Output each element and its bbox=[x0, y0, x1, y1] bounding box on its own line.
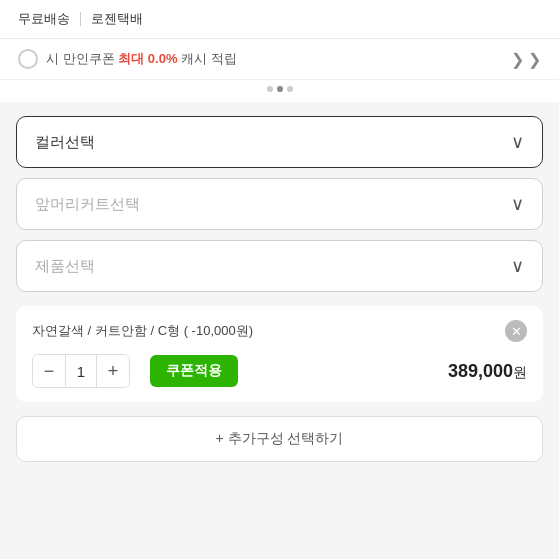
chevron-right-icon: ❯ bbox=[511, 50, 524, 69]
color-dropdown-label: 컬러선택 bbox=[35, 133, 95, 152]
add-options-button[interactable]: + 추가구성 선택하기 bbox=[16, 416, 543, 462]
price-unit: 원 bbox=[513, 364, 527, 380]
chevron-down-icon-2: ∨ bbox=[511, 193, 524, 215]
dots-indicator bbox=[267, 86, 293, 92]
promo-expand[interactable]: ❯ ❯ bbox=[511, 50, 541, 69]
dropdowns-section: 컬러선택 ∨ 앞머리커트선택 ∨ 제품선택 ∨ bbox=[0, 102, 559, 306]
remove-item-button[interactable]: ✕ bbox=[505, 320, 527, 342]
price-display: 389,000원 bbox=[448, 361, 527, 382]
dot-1 bbox=[267, 86, 273, 92]
promo-text: 시 만인쿠폰 최대 0.0% 캐시 적립 bbox=[46, 50, 237, 68]
quantity-control: − 1 + bbox=[32, 354, 130, 388]
dot-3 bbox=[287, 86, 293, 92]
selected-item-label: 자연갈색 / 커트안함 / C형 ( -10,000원) bbox=[32, 322, 253, 340]
chevron-down-icon-3: ∨ bbox=[511, 255, 524, 277]
add-options-section: + 추가구성 선택하기 bbox=[0, 416, 559, 462]
price-value: 389,000 bbox=[448, 361, 513, 381]
front-cut-dropdown[interactable]: 앞머리커트선택 ∨ bbox=[16, 178, 543, 230]
apply-coupon-button[interactable]: 쿠폰적용 bbox=[150, 355, 238, 387]
top-bar: 무료배송 로젠택배 bbox=[0, 0, 559, 39]
selected-card-header: 자연갈색 / 커트안함 / C형 ( -10,000원) ✕ bbox=[32, 320, 527, 342]
dot-2 bbox=[277, 86, 283, 92]
promo-left: 시 만인쿠폰 최대 0.0% 캐시 적립 bbox=[18, 49, 237, 69]
page-wrapper: 무료배송 로젠택배 시 만인쿠폰 최대 0.0% 캐시 적립 ❯ ❯ 컬러선택 … bbox=[0, 0, 559, 559]
chevron-down-icon: ∨ bbox=[511, 131, 524, 153]
delivery-service-label: 로젠택배 bbox=[91, 10, 143, 28]
promo-highlight: 최대 0.0% bbox=[118, 51, 177, 66]
add-options-label: + 추가구성 선택하기 bbox=[216, 430, 344, 448]
divider bbox=[80, 12, 81, 26]
selected-section: 자연갈색 / 커트안함 / C형 ( -10,000원) ✕ − 1 + 쿠폰적… bbox=[0, 306, 559, 416]
promo-radio-icon bbox=[18, 49, 38, 69]
decrease-quantity-button[interactable]: − bbox=[33, 355, 65, 387]
quantity-value: 1 bbox=[65, 355, 97, 387]
product-dropdown-label: 제품선택 bbox=[35, 257, 95, 276]
color-dropdown[interactable]: 컬러선택 ∨ bbox=[16, 116, 543, 168]
increase-quantity-button[interactable]: + bbox=[97, 355, 129, 387]
selected-card-footer: − 1 + 쿠폰적용 389,000원 bbox=[32, 354, 527, 388]
free-shipping-label: 무료배송 bbox=[18, 10, 70, 28]
product-dropdown[interactable]: 제품선택 ∨ bbox=[16, 240, 543, 292]
front-cut-dropdown-label: 앞머리커트선택 bbox=[35, 195, 140, 214]
chevron-right-icon-2: ❯ bbox=[528, 50, 541, 69]
selected-card: 자연갈색 / 커트안함 / C형 ( -10,000원) ✕ − 1 + 쿠폰적… bbox=[16, 306, 543, 402]
dots-row bbox=[0, 80, 559, 102]
promo-bar[interactable]: 시 만인쿠폰 최대 0.0% 캐시 적립 ❯ ❯ bbox=[0, 39, 559, 80]
